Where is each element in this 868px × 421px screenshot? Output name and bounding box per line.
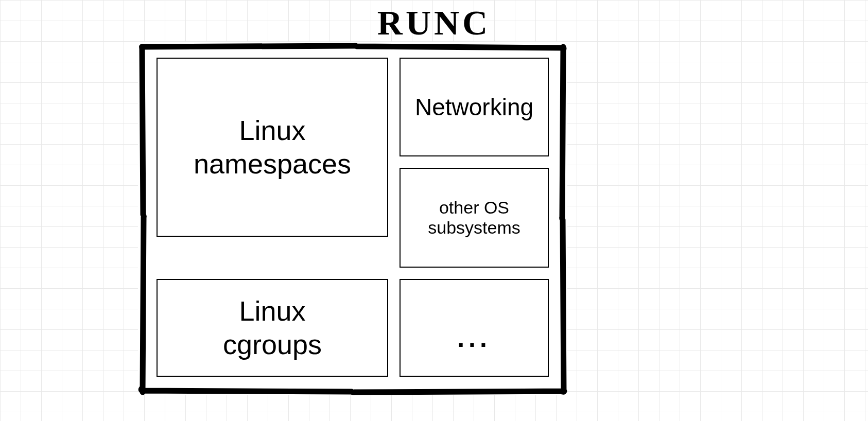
label-dots: ... [457,303,491,353]
label-other: other OS subsystems [406,198,543,238]
box-linux-cgroups: Linux cgroups [157,279,388,377]
label-networking: Networking [415,93,533,121]
box-networking: Networking [400,58,549,156]
box-ellipsis: ... [400,279,549,377]
box-other-subsystems: other OS subsystems [400,168,549,268]
label-cgroups: Linux cgroups [223,294,322,361]
inner-grid: Linux namespaces Networking other OS sub… [157,58,549,380]
label-namespaces: Linux namespaces [194,114,351,181]
diagram-title: RUNC [377,3,491,43]
runc-container: Linux namespaces Networking other OS sub… [138,42,567,395]
box-linux-namespaces: Linux namespaces [157,58,388,237]
